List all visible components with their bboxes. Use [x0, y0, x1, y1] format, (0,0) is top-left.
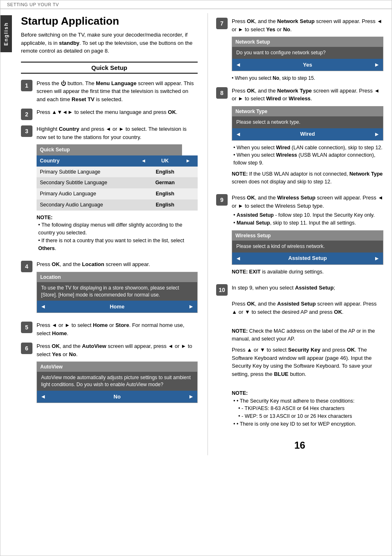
note-step10-ap: NOTE: Check the MAC address on the label…	[232, 327, 383, 343]
step-9: 9 Press OK, and the Wireless Setup scree…	[216, 194, 383, 279]
step-10: 10 In step 9, when you select Assisted S…	[216, 284, 383, 431]
wireless-arrow-left: ◄	[235, 254, 241, 263]
wireless-setup-screen: Wireless Setup Please select a kind of w…	[232, 230, 383, 265]
network-type-row: ◄ Wired ►	[232, 128, 383, 140]
country-arrow-left: ◄	[134, 155, 148, 167]
left-column: Startup Application Before switching on …	[21, 13, 198, 455]
secondary-subtitle-label: Secondary Subtitle Language	[37, 177, 134, 188]
step-3-num: 3	[21, 125, 32, 137]
security-note-2: - TKIP/AES: 8-63 ASCII or 64 Hex charact…	[233, 405, 383, 412]
primary-subtitle-value: English	[148, 167, 182, 178]
english-tab: English	[0, 15, 12, 52]
autoview-screen-title: AutoView	[37, 362, 197, 372]
step-4-num: 4	[21, 261, 32, 272]
table-row-primary-subtitle: Primary Subtitle Language English	[37, 167, 198, 178]
step-1-num: 1	[21, 80, 32, 91]
page-number: 16	[216, 440, 383, 455]
table-row-country: Country ◄ UK ►	[37, 155, 198, 167]
page-title: Startup Application	[21, 15, 198, 28]
note-after-step3: NOTE: The following display menus will d…	[37, 214, 198, 253]
wireless-setup-row: ◄ Assisted Setup ►	[232, 253, 383, 264]
step9-bullet-manual: Manual Setup, skip to step 11. Input the…	[233, 219, 383, 227]
location-arrow-right: ►	[188, 302, 194, 311]
network-setup-body: Do you want to configure network setup?	[232, 47, 383, 59]
autoview-screen: AutoView AutoView mode automatically adj…	[37, 361, 198, 403]
step-4-content: Press OK, and the Location screen will a…	[37, 260, 198, 316]
network-setup-row: ◄ Yes ►	[232, 59, 383, 71]
step-7-num: 7	[216, 18, 228, 29]
standby-bold: standby	[59, 40, 80, 46]
note-step7-no: • When you select No, skip to step 15.	[232, 74, 383, 82]
step-7-content: Press OK, and the Network Setup screen w…	[232, 17, 383, 82]
note-step8: NOTE: If the USB WLAN adaptor is not con…	[232, 170, 383, 186]
autoview-arrow-left: ◄	[40, 392, 46, 401]
quick-setup-heading: Quick Setup	[21, 62, 198, 74]
country-label: Country	[37, 155, 134, 167]
step-5-content: Press ◄ or ► to select Home or Store. Fo…	[37, 321, 198, 337]
step-8-content: Press OK, and the Network Type screen wi…	[232, 87, 383, 189]
step-9-num: 9	[216, 194, 228, 206]
note-list-step3: The following display menus will differ …	[37, 221, 198, 252]
top-bar-text: SETTING UP YOUR TV	[7, 2, 59, 7]
security-note-4: • There is only one key ID to set for WE…	[233, 420, 383, 428]
step-1: 1 Press the ⏻ button. The Menu Language …	[21, 79, 198, 104]
secondary-audio-label: Secondary Audio Language	[37, 199, 134, 211]
main-content: Startup Application Before switching on …	[13, 9, 392, 468]
network-type-value: Wired	[241, 130, 374, 138]
autoview-screen-body: AutoView mode automatically adjusts pict…	[37, 372, 197, 391]
step-3-content: Highlight Country and press ◄ or ► to se…	[37, 125, 198, 255]
location-screen-title: Location	[37, 272, 197, 282]
wireless-setup-value: Assisted Setup	[241, 254, 374, 262]
wireless-setup-title: Wireless Setup	[232, 231, 383, 241]
table-row-primary-audio: Primary Audio Language English	[37, 188, 198, 199]
step-2-content: Press ▲▼◄► to select the menu language a…	[37, 108, 178, 116]
network-setup-arrow-left: ◄	[235, 60, 241, 69]
step9-bullets: Assisted Setup - follow step 10. Input t…	[233, 211, 383, 227]
table-row-secondary-audio: Secondary Audio Language English	[37, 199, 198, 211]
step-4: 4 Press OK, and the Location screen will…	[21, 260, 198, 316]
right-column: 7 Press OK, and the Network Setup screen…	[208, 13, 383, 455]
note-exit-step9: NOTE: EXIT is available during settings.	[232, 268, 383, 276]
intro-paragraph: Before switching on the TV, make sure yo…	[21, 31, 198, 55]
security-note-3: - WEP: 5 or 13 ASCII or 10 or 26 Hex cha…	[233, 412, 383, 420]
security-note-1: • The Security Key must adhere to these …	[233, 397, 383, 405]
network-setup-screen: Network Setup Do you want to configure n…	[232, 37, 383, 71]
primary-audio-value: English	[148, 188, 182, 199]
step-10-num: 10	[216, 284, 228, 296]
table-header-label: Quick Setup	[37, 144, 182, 155]
step-6-num: 6	[21, 343, 32, 354]
primary-audio-label: Primary Audio Language	[37, 188, 134, 199]
network-setup-arrow-right: ►	[374, 60, 380, 69]
note-step10-security: NOTE: • The Security Key must adhere to …	[232, 389, 383, 428]
step-9-content: Press OK, and the Wireless Setup screen …	[232, 194, 383, 279]
top-bar: SETTING UP YOUR TV	[0, 0, 392, 9]
location-screen-row: ◄ Home ►	[37, 301, 197, 313]
network-setup-title: Network Setup	[232, 37, 383, 47]
step-2-num: 2	[21, 109, 32, 120]
step-10-content: In step 9, when you select Assisted Setu…	[232, 284, 383, 431]
step-7: 7 Press OK, and the Network Setup screen…	[216, 17, 383, 82]
primary-subtitle-label: Primary Subtitle Language	[37, 167, 134, 178]
step9-bullet-assisted: Assisted Setup - follow step 10. Input t…	[233, 211, 383, 219]
page-wrapper: SETTING UP YOUR TV English Startup Appli…	[0, 0, 392, 556]
step-6-content: Press OK, and the AutoView screen will a…	[37, 342, 198, 406]
wireless-setup-body: Please select a kind of wireless network…	[232, 241, 383, 253]
quick-setup-table: Quick Setup Country ◄ UK ► Primary	[37, 144, 198, 211]
step8-bullet-wireless: When you select Wireless (USB WLAN adapt…	[233, 151, 383, 167]
note-item-1: The following display menus will differ …	[38, 221, 198, 237]
network-setup-value: Yes	[241, 61, 374, 69]
location-screen: Location To use the TV for displaying in…	[37, 272, 198, 313]
step8-bullets: When you select Wired (LAN cable connect…	[233, 144, 383, 167]
network-type-title: Network Type	[232, 107, 383, 116]
step-8: 8 Press OK, and the Network Type screen …	[216, 87, 383, 189]
country-value: UK	[148, 155, 182, 167]
step-5: 5 Press ◄ or ► to select Home or Store. …	[21, 321, 198, 337]
step8-bullet-wired: When you select Wired (LAN cable connect…	[233, 144, 383, 152]
step-1-content: Press the ⏻ button. The Menu Language sc…	[37, 79, 198, 104]
network-type-screen: Network Type Please select a network typ…	[232, 106, 383, 141]
note-item-2: If there is not a country that you want …	[38, 237, 198, 253]
step-3: 3 Highlight Country and press ◄ or ► to …	[21, 125, 198, 255]
table-row-secondary-subtitle: Secondary Subtitle Language German	[37, 177, 198, 188]
secondary-audio-value: English	[148, 199, 182, 211]
autoview-value: No	[46, 393, 188, 401]
